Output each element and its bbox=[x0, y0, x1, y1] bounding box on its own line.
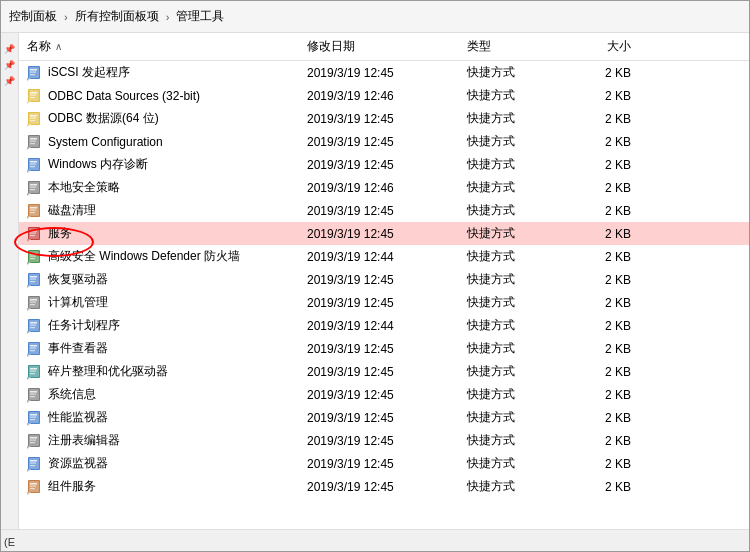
file-explorer-window: 控制面板 › 所有控制面板项 › 管理工具 📌 📌 📌 名称 ∧ 修改日期 类型… bbox=[0, 0, 750, 552]
file-size: 2 KB bbox=[559, 225, 639, 243]
table-row[interactable]: 碎片整理和优化驱动器 2019/3/19 12:45 快捷方式 2 KB bbox=[19, 360, 749, 383]
svg-rect-121 bbox=[30, 460, 37, 462]
table-row[interactable]: iSCSI 发起程序 2019/3/19 12:45 快捷方式 2 KB bbox=[19, 61, 749, 84]
file-name: 服务 bbox=[48, 225, 72, 242]
file-icon bbox=[27, 387, 43, 403]
file-date: 2019/3/19 12:44 bbox=[299, 248, 459, 266]
col-header-type[interactable]: 类型 bbox=[459, 35, 559, 58]
file-name: ODBC 数据源(64 位) bbox=[48, 110, 159, 127]
file-name-cell: 任务计划程序 bbox=[19, 315, 299, 336]
pin-icon-1[interactable]: 📌 bbox=[4, 43, 16, 55]
table-row[interactable]: 任务计划程序 2019/3/19 12:44 快捷方式 2 KB bbox=[19, 314, 749, 337]
svg-rect-44 bbox=[30, 207, 37, 209]
file-icon bbox=[27, 111, 43, 127]
address-bar: 控制面板 › 所有控制面板项 › 管理工具 bbox=[1, 1, 749, 33]
svg-rect-30 bbox=[30, 161, 37, 163]
table-row[interactable]: 本地安全策略 2019/3/19 12:46 快捷方式 2 KB bbox=[19, 176, 749, 199]
file-icon bbox=[27, 226, 43, 242]
svg-rect-25 bbox=[30, 143, 35, 144]
svg-rect-95 bbox=[30, 373, 35, 374]
file-type: 快捷方式 bbox=[459, 269, 559, 290]
file-pane[interactable]: 名称 ∧ 修改日期 类型 大小 iSCSI 发起程序 bbox=[19, 33, 749, 529]
file-icon bbox=[27, 249, 43, 265]
svg-rect-88 bbox=[30, 350, 35, 351]
file-icon bbox=[27, 364, 43, 380]
file-size: 2 KB bbox=[559, 156, 639, 174]
table-row[interactable]: 高级安全 Windows Defender 防火墙 2019/3/19 12:4… bbox=[19, 245, 749, 268]
file-icon bbox=[27, 410, 43, 426]
svg-rect-9 bbox=[30, 92, 37, 94]
file-icon bbox=[27, 134, 43, 150]
svg-rect-72 bbox=[30, 299, 37, 301]
breadcrumb-item-2[interactable]: 所有控制面板项 bbox=[75, 8, 159, 25]
svg-rect-2 bbox=[30, 69, 37, 71]
file-name-cell: 组件服务 bbox=[19, 476, 299, 497]
pin-icon-2[interactable]: 📌 bbox=[4, 59, 16, 71]
table-row[interactable]: 系统信息 2019/3/19 12:45 快捷方式 2 KB bbox=[19, 383, 749, 406]
table-row[interactable]: 恢复驱动器 2019/3/19 12:45 快捷方式 2 KB bbox=[19, 268, 749, 291]
svg-marker-55 bbox=[27, 239, 31, 242]
file-name: 恢复驱动器 bbox=[48, 271, 108, 288]
svg-rect-11 bbox=[30, 97, 35, 98]
col-header-date[interactable]: 修改日期 bbox=[299, 35, 459, 58]
svg-marker-20 bbox=[27, 124, 31, 127]
file-date: 2019/3/19 12:45 bbox=[299, 133, 459, 151]
svg-marker-34 bbox=[27, 170, 31, 173]
file-size: 2 KB bbox=[559, 363, 639, 381]
file-name-cell: 计算机管理 bbox=[19, 292, 299, 313]
file-name: 计算机管理 bbox=[48, 294, 108, 311]
file-type: 快捷方式 bbox=[459, 200, 559, 221]
svg-rect-51 bbox=[30, 230, 37, 232]
file-date: 2019/3/19 12:45 bbox=[299, 225, 459, 243]
svg-marker-27 bbox=[27, 147, 31, 150]
file-size: 2 KB bbox=[559, 133, 639, 151]
file-type: 快捷方式 bbox=[459, 85, 559, 106]
file-name: 高级安全 Windows Defender 防火墙 bbox=[48, 248, 240, 265]
file-icon bbox=[27, 180, 43, 196]
file-name: Windows 内存诊断 bbox=[48, 156, 148, 173]
table-row[interactable]: 资源监视器 2019/3/19 12:45 快捷方式 2 KB bbox=[19, 452, 749, 475]
svg-rect-122 bbox=[30, 462, 36, 463]
file-size: 2 KB bbox=[559, 432, 639, 450]
svg-rect-81 bbox=[30, 327, 35, 328]
file-size: 2 KB bbox=[559, 455, 639, 473]
table-row[interactable]: ODBC Data Sources (32-bit) 2019/3/19 12:… bbox=[19, 84, 749, 107]
file-name-cell: 碎片整理和优化驱动器 bbox=[19, 361, 299, 382]
table-row[interactable]: 注册表编辑器 2019/3/19 12:45 快捷方式 2 KB bbox=[19, 429, 749, 452]
file-type: 快捷方式 bbox=[459, 315, 559, 336]
svg-marker-48 bbox=[27, 216, 31, 219]
table-row[interactable]: 磁盘清理 2019/3/19 12:45 快捷方式 2 KB bbox=[19, 199, 749, 222]
table-row[interactable]: ODBC 数据源(64 位) 2019/3/19 12:45 快捷方式 2 KB bbox=[19, 107, 749, 130]
file-name: 碎片整理和优化驱动器 bbox=[48, 363, 168, 380]
file-name-cell: 服务 bbox=[19, 223, 299, 244]
table-row[interactable]: Windows 内存诊断 2019/3/19 12:45 快捷方式 2 KB bbox=[19, 153, 749, 176]
col-header-name[interactable]: 名称 ∧ bbox=[19, 35, 299, 58]
file-size: 2 KB bbox=[559, 340, 639, 358]
svg-rect-100 bbox=[30, 391, 37, 393]
col-header-size[interactable]: 大小 bbox=[559, 35, 639, 58]
table-row[interactable]: 组件服务 2019/3/19 12:45 快捷方式 2 KB bbox=[19, 475, 749, 498]
pin-icon-3[interactable]: 📌 bbox=[4, 75, 16, 87]
file-size: 2 KB bbox=[559, 317, 639, 335]
svg-rect-46 bbox=[30, 212, 35, 213]
file-name: ODBC Data Sources (32-bit) bbox=[48, 89, 200, 103]
breadcrumb-item-1[interactable]: 控制面板 bbox=[9, 8, 57, 25]
table-row[interactable]: System Configuration 2019/3/19 12:45 快捷方… bbox=[19, 130, 749, 153]
svg-rect-128 bbox=[30, 483, 37, 485]
file-icon bbox=[27, 456, 43, 472]
file-icon bbox=[27, 295, 43, 311]
file-type: 快捷方式 bbox=[459, 384, 559, 405]
file-name-cell: System Configuration bbox=[19, 132, 299, 152]
file-date: 2019/3/19 12:45 bbox=[299, 386, 459, 404]
file-date: 2019/3/19 12:45 bbox=[299, 478, 459, 496]
file-date: 2019/3/19 12:45 bbox=[299, 110, 459, 128]
table-row[interactable]: 性能监视器 2019/3/19 12:45 快捷方式 2 KB bbox=[19, 406, 749, 429]
file-date: 2019/3/19 12:45 bbox=[299, 455, 459, 473]
table-row[interactable]: 事件查看器 2019/3/19 12:45 快捷方式 2 KB bbox=[19, 337, 749, 360]
file-name-cell: Windows 内存诊断 bbox=[19, 154, 299, 175]
file-size: 2 KB bbox=[559, 271, 639, 289]
table-row[interactable]: 服务 2019/3/19 12:45 快捷方式 2 KB bbox=[19, 222, 749, 245]
svg-marker-6 bbox=[27, 78, 31, 81]
table-row[interactable]: 计算机管理 2019/3/19 12:45 快捷方式 2 KB bbox=[19, 291, 749, 314]
breadcrumb-item-3[interactable]: 管理工具 bbox=[176, 8, 224, 25]
